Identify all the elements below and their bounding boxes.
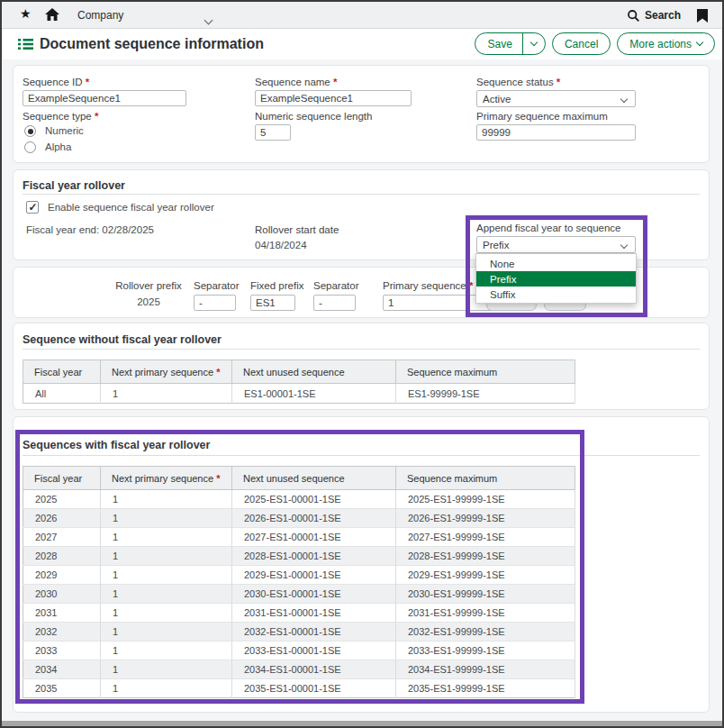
table-cell: 1 [101, 490, 232, 509]
primary-sequence-label: Primary sequence [383, 280, 473, 291]
sequence-type-label: Sequence type [23, 111, 98, 122]
table-cell: 1 [101, 384, 232, 404]
primary-sequence-maximum-input[interactable] [476, 124, 636, 141]
menu-item-none[interactable]: None [476, 256, 636, 271]
append-fiscal-year-label: Append fiscal year to sequence [476, 223, 620, 233]
favorites-star-icon[interactable]: ★ [20, 6, 32, 21]
table-cell: 2027 [23, 528, 101, 547]
sequence-status-label: Sequence status [476, 77, 560, 87]
fiscal-year-rollover-card: Fiscal year rollover Enable sequence fis… [13, 169, 710, 260]
section-divider [23, 455, 700, 456]
table-row[interactable]: 202612026-ES1-00001-1SE2026-ES1-99999-1S… [23, 509, 575, 528]
fixed-prefix-input[interactable] [250, 295, 295, 311]
table-cell: 2026-ES1-00001-1SE [232, 509, 396, 528]
home-icon[interactable] [45, 8, 59, 22]
cancel-button[interactable]: Cancel [552, 32, 611, 55]
table-cell: 2029-ES1-00001-1SE [232, 566, 396, 585]
company-chevron-down-icon[interactable] [205, 11, 212, 27]
bookmark-icon[interactable] [697, 9, 708, 23]
sequence-status-chevron-icon [620, 96, 628, 103]
save-dropdown-chevron-icon[interactable] [523, 33, 545, 54]
table-cell: 2028-ES1-00001-1SE [232, 547, 396, 566]
table-cell: 2027-ES1-99999-1SE [396, 528, 575, 547]
page-title: Document sequence information [40, 36, 264, 52]
table-row[interactable]: 202812028-ES1-00001-1SE2028-ES1-99999-1S… [23, 547, 575, 566]
sequence-name-input[interactable] [255, 90, 412, 106]
table-row[interactable]: 203212032-ES1-00001-1SE2032-ES1-99999-1S… [23, 623, 575, 642]
sequence-type-alpha-radio[interactable] [24, 141, 36, 153]
append-fiscal-year-select[interactable]: Prefix [476, 236, 636, 253]
table-cell: 1 [101, 679, 232, 698]
table-cell: ES1-99999-1SE [396, 384, 575, 404]
table-cell: 1 [101, 660, 232, 679]
bottom-strip [2, 721, 722, 726]
table-cell: 2032 [23, 623, 101, 642]
sequence-without-rollover-table: Fiscal yearNext primary sequence *Next u… [23, 359, 575, 404]
sequence-without-rollover-card: Sequence without fiscal year rollover Fi… [13, 323, 710, 410]
append-fiscal-year-dropdown-menu: NonePrefixSuffix [475, 253, 637, 304]
menu-item-suffix[interactable]: Suffix [476, 287, 636, 302]
rollover-prefix-label: Rollover prefix [108, 280, 189, 291]
table-cell: 1 [101, 642, 232, 660]
table-cell: 2033 [23, 642, 101, 660]
enable-rollover-checkbox[interactable] [26, 201, 39, 214]
table-cell: 2029-ES1-99999-1SE [396, 566, 575, 585]
sequence-type-alpha-label: Alpha [45, 141, 71, 152]
table-cell: 1 [101, 566, 232, 585]
table-cell: 1 [101, 604, 232, 623]
company-selector-label[interactable]: Company [77, 9, 123, 22]
primary-sequence-maximum-label: Primary sequence maximum [476, 111, 608, 122]
more-actions-button[interactable]: More actions [617, 32, 715, 55]
search-label: Search [645, 9, 681, 22]
table-cell: 2025-ES1-00001-1SE [232, 490, 396, 509]
search-icon [628, 10, 639, 22]
top-navigation-bar: ★ Company Search [2, 2, 722, 29]
table-row[interactable]: 203312033-ES1-00001-1SE2033-ES1-99999-1S… [23, 642, 575, 660]
sequence-id-input[interactable] [23, 90, 186, 106]
rollover-prefix-value: 2025 [108, 296, 189, 307]
separator1-input[interactable] [194, 295, 236, 311]
table-cell: 2030-ES1-99999-1SE [396, 585, 575, 604]
rollover-start-date-label: Rollover start date [255, 224, 339, 235]
menu-item-prefix[interactable]: Prefix [476, 271, 636, 287]
list-icon[interactable] [18, 38, 33, 50]
numeric-sequence-length-input[interactable] [255, 124, 291, 141]
column-header: Sequence maximum [396, 360, 575, 384]
column-header: Next unused sequence [232, 360, 396, 384]
section-divider [23, 194, 700, 195]
table-row[interactable]: 202512025-ES1-00001-1SE2025-ES1-99999-1S… [23, 490, 575, 509]
separator2-input[interactable] [313, 295, 356, 311]
table-cell: 2031-ES1-00001-1SE [232, 604, 396, 623]
table-cell: 2027-ES1-00001-1SE [232, 528, 396, 547]
table-cell: 2035-ES1-99999-1SE [396, 679, 575, 698]
save-button-label[interactable]: Save [475, 33, 523, 54]
sequence-type-numeric-radio[interactable] [24, 125, 36, 137]
sequence-status-select[interactable]: Active [476, 90, 636, 107]
column-header: Next unused sequence [232, 467, 396, 490]
sequences-with-rollover-table: Fiscal yearNext primary sequence *Next u… [23, 466, 575, 698]
table-row[interactable]: 203012030-ES1-00001-1SE2030-ES1-99999-1S… [23, 585, 575, 604]
table-row[interactable]: 203112031-ES1-00001-1SE2031-ES1-99999-1S… [23, 604, 575, 623]
table-cell: 2030-ES1-00001-1SE [232, 585, 396, 604]
table-cell: 2025-ES1-99999-1SE [396, 490, 575, 509]
numeric-sequence-length-label: Numeric sequence length [255, 111, 372, 122]
table-row[interactable]: 203412034-ES1-00001-1SE2034-ES1-99999-1S… [23, 660, 575, 679]
sequence-id-label: Sequence ID [23, 77, 89, 87]
table-cell: 2033-ES1-00001-1SE [232, 642, 396, 660]
save-button[interactable]: Save [475, 32, 546, 55]
search-button[interactable]: Search [628, 9, 681, 22]
table-cell: 2031 [23, 604, 101, 623]
fixed-prefix-label: Fixed prefix [250, 280, 303, 291]
app-window: ★ Company Search Document sequence infor… [0, 0, 724, 728]
rollover-start-date-value: 04/18/2024 [255, 240, 307, 250]
table-cell: 1 [101, 509, 232, 528]
table-row[interactable]: 203512035-ES1-00001-1SE2035-ES1-99999-1S… [23, 679, 575, 698]
table-cell: ES1-00001-1SE [232, 384, 396, 404]
table-cell: 2035-ES1-00001-1SE [232, 679, 396, 698]
section-divider [23, 349, 700, 350]
table-row[interactable]: 202712027-ES1-00001-1SE2027-ES1-99999-1S… [23, 528, 575, 547]
table-cell: 2031-ES1-99999-1SE [396, 604, 575, 623]
table-row[interactable]: 202912029-ES1-00001-1SE2029-ES1-99999-1S… [23, 566, 575, 585]
column-header: Next primary sequence * [101, 467, 232, 490]
table-row[interactable]: All1ES1-00001-1SEES1-99999-1SE [23, 384, 575, 404]
